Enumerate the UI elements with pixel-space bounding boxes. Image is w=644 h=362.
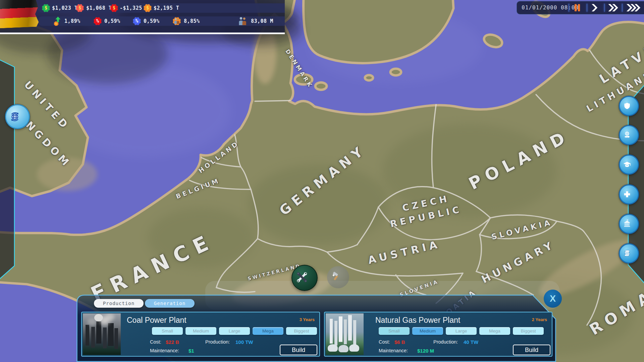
gear-dollar-icon: $ bbox=[75, 3, 85, 13]
gear-dollar-icon: $ bbox=[41, 3, 51, 13]
growth-arrow-icon: ↻ bbox=[53, 16, 63, 26]
maintenance-label: Maintenance: bbox=[379, 348, 408, 353]
svg-text:%: % bbox=[136, 18, 139, 23]
size-pill-large[interactable]: Large bbox=[219, 327, 250, 335]
size-pill-small[interactable]: Small bbox=[379, 327, 410, 335]
build-button[interactable]: Build bbox=[280, 345, 317, 355]
tab-generation[interactable]: Generation bbox=[145, 299, 195, 308]
gear-percent-icon: % bbox=[132, 16, 142, 26]
diplomacy-icon bbox=[623, 131, 635, 139]
card-title: Natural Gas Power Plant bbox=[375, 316, 460, 325]
gear-people-icon bbox=[172, 16, 182, 26]
maintenance-value: $1 bbox=[189, 348, 194, 354]
size-pill-small[interactable]: Small bbox=[152, 327, 183, 335]
fastest-speed-button[interactable] bbox=[625, 4, 642, 12]
fast-speed-button[interactable] bbox=[607, 4, 620, 12]
education-icon bbox=[623, 160, 635, 169]
clock-panel: 01/01/2000 08:00 bbox=[517, 1, 644, 14]
coal-plant-image bbox=[83, 313, 121, 355]
build-button[interactable]: Build bbox=[513, 345, 550, 355]
stat-value: 8,85% bbox=[184, 16, 200, 26]
stat-value: 1,89% bbox=[64, 16, 80, 26]
card-natural-gas-power-plant: Natural Gas Power Plant 2 Years SmallMed… bbox=[324, 312, 552, 357]
wrench-icon bbox=[296, 271, 313, 285]
sidebar-economy-button[interactable] bbox=[619, 243, 639, 263]
date-time: 01/01/2000 08:00 bbox=[522, 1, 579, 14]
size-options: SmallMediumLargeMegaBiggest bbox=[379, 327, 544, 335]
build-panel: Production Generation Coal Power Plant 3… bbox=[76, 295, 556, 362]
cost-value: $22 B bbox=[166, 339, 179, 345]
hammer-icon bbox=[330, 271, 346, 283]
production-label: Production: bbox=[205, 339, 230, 345]
stat-value: 83,08 M bbox=[251, 16, 273, 26]
size-pill-mega[interactable]: Mega bbox=[479, 327, 510, 335]
production-label: Production: bbox=[433, 339, 458, 345]
sidebar-diplomacy-button[interactable] bbox=[619, 125, 639, 145]
size-pill-large[interactable]: Large bbox=[446, 327, 477, 335]
svg-text:$: $ bbox=[78, 5, 82, 10]
svg-text:$: $ bbox=[45, 5, 48, 10]
finance-icon bbox=[623, 249, 635, 257]
gear-dollar-icon: $ bbox=[109, 3, 119, 13]
globe-rotate-icon bbox=[9, 111, 25, 122]
stat-value: $2,195 T bbox=[154, 3, 179, 13]
health-icon bbox=[623, 190, 635, 198]
world-overview-button[interactable] bbox=[5, 104, 30, 129]
government-icon bbox=[623, 220, 635, 228]
sidebar-government-button[interactable] bbox=[619, 214, 639, 234]
build-production-button[interactable] bbox=[291, 265, 318, 291]
tab-production[interactable]: Production bbox=[94, 299, 144, 308]
close-panel-button[interactable]: X bbox=[544, 290, 562, 308]
pause-button[interactable] bbox=[573, 4, 583, 12]
svg-text:$: $ bbox=[146, 5, 149, 10]
shield-icon bbox=[623, 102, 635, 110]
gas-plant-image bbox=[326, 313, 364, 355]
stat-value: 0,59% bbox=[144, 16, 160, 26]
size-pill-medium[interactable]: Medium bbox=[185, 327, 216, 335]
card-title: Coal Power Plant bbox=[127, 316, 186, 325]
cost-label: Cost: bbox=[150, 339, 161, 345]
cost-label: Cost: bbox=[379, 339, 390, 345]
svg-text:↻: ↻ bbox=[55, 22, 57, 25]
svg-text:$: $ bbox=[113, 5, 116, 10]
build-time: 3 Years bbox=[300, 317, 315, 322]
maintenance-value: $120 M bbox=[417, 348, 434, 354]
divider bbox=[622, 4, 623, 12]
size-pill-mega[interactable]: Mega bbox=[253, 327, 283, 335]
production-value: 40 TW bbox=[464, 339, 478, 345]
svg-text:%: % bbox=[96, 18, 99, 23]
country-stats-hud: $$1,023 T$$1,068 T$-$1,325 T$$2,195 T↻1,… bbox=[0, 0, 285, 34]
cost-value: $6 B bbox=[394, 339, 405, 345]
stat-value: 0,59% bbox=[104, 16, 120, 26]
hud-divider bbox=[0, 33, 285, 34]
card-coal-power-plant: Coal Power Plant 3 Years SmallMediumLarg… bbox=[81, 312, 320, 357]
stat-value: $1,068 T bbox=[86, 3, 112, 13]
divider bbox=[604, 4, 605, 12]
gear-percent-icon: % bbox=[93, 16, 103, 26]
production-value: 100 TW bbox=[235, 339, 253, 345]
build-time: 2 Years bbox=[532, 317, 547, 322]
size-pill-biggest[interactable]: Biggest bbox=[286, 327, 317, 335]
size-pill-medium[interactable]: Medium bbox=[412, 327, 443, 335]
gear-dollar-icon: $ bbox=[143, 3, 153, 13]
sidebar-education-button[interactable] bbox=[619, 155, 639, 175]
maintenance-label: Maintenance: bbox=[150, 348, 179, 353]
size-options: SmallMediumLargeMegaBiggest bbox=[152, 327, 317, 335]
divider bbox=[569, 4, 569, 12]
divider bbox=[587, 4, 587, 12]
people-icon bbox=[237, 16, 248, 26]
stat-value: $1,023 T bbox=[52, 3, 77, 13]
play-speed-button[interactable] bbox=[590, 4, 600, 12]
sidebar-military-button[interactable] bbox=[619, 96, 639, 116]
size-pill-biggest[interactable]: Biggest bbox=[513, 327, 544, 335]
sidebar-health-button[interactable] bbox=[619, 184, 639, 204]
germany-flag bbox=[0, 0, 39, 28]
build-tools-button[interactable] bbox=[327, 266, 349, 288]
